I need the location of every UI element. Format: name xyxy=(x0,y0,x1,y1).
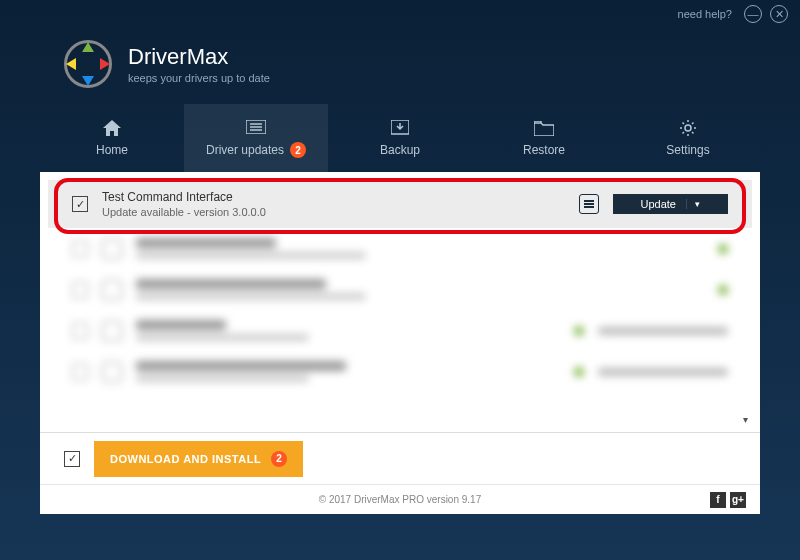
close-button[interactable]: ✕ xyxy=(770,5,788,23)
updates-badge: 2 xyxy=(290,142,306,158)
googleplus-icon[interactable]: g+ xyxy=(730,492,746,508)
chevron-down-icon[interactable]: ▾ xyxy=(686,199,700,209)
tab-label: Home xyxy=(96,143,128,157)
tab-label: Restore xyxy=(523,143,565,157)
tab-settings[interactable]: Settings xyxy=(616,104,760,172)
titlebar: need help? — ✕ xyxy=(0,0,800,28)
tab-driver-updates[interactable]: Driver updates 2 xyxy=(184,104,328,172)
copyright-text: © 2017 DriverMax PRO version 9.17 xyxy=(319,494,481,505)
update-button[interactable]: Update ▾ xyxy=(613,194,728,214)
select-all-checkbox[interactable]: ✓ xyxy=(64,451,80,467)
tab-restore[interactable]: Restore xyxy=(472,104,616,172)
checkbox-icon[interactable]: ✓ xyxy=(72,196,88,212)
download-label: DOWNLOAD AND INSTALL xyxy=(110,453,261,465)
brand-header: DriverMax keeps your drivers up to date xyxy=(0,28,800,104)
driver-row-blurred xyxy=(48,310,752,351)
app-logo-icon xyxy=(64,40,112,88)
driver-list: ✓ Test Command Interface Update availabl… xyxy=(48,180,752,428)
update-button-label: Update xyxy=(641,198,676,210)
driver-row-blurred xyxy=(48,228,752,269)
status-bar: © 2017 DriverMax PRO version 9.17 f g+ xyxy=(40,484,760,514)
download-install-button[interactable]: DOWNLOAD AND INSTALL 2 xyxy=(94,441,303,477)
tab-label: Driver updates xyxy=(206,143,284,157)
app-tagline: keeps your drivers up to date xyxy=(128,72,270,84)
backup-icon xyxy=(390,119,410,137)
content-panel: ▴ ▾ ✓ Test Command Interface Update avai… xyxy=(40,172,760,484)
gear-icon xyxy=(678,119,698,137)
driver-row-blurred xyxy=(48,351,752,392)
app-title: DriverMax xyxy=(128,44,270,70)
help-link[interactable]: need help? xyxy=(678,8,732,20)
tab-backup[interactable]: Backup xyxy=(328,104,472,172)
facebook-icon[interactable]: f xyxy=(710,492,726,508)
tab-label: Backup xyxy=(380,143,420,157)
main-tabs: Home Driver updates 2 Backup Restore Set… xyxy=(0,104,800,172)
action-footer: ✓ DOWNLOAD AND INSTALL 2 xyxy=(40,432,760,484)
details-icon[interactable] xyxy=(579,194,599,214)
driver-row[interactable]: ✓ Test Command Interface Update availabl… xyxy=(48,180,752,228)
driver-status: Update available - version 3.0.0.0 xyxy=(102,206,565,218)
tab-label: Settings xyxy=(666,143,709,157)
svg-point-5 xyxy=(685,125,691,131)
list-icon xyxy=(246,118,266,136)
folder-icon xyxy=(534,119,554,137)
minimize-button[interactable]: — xyxy=(744,5,762,23)
driver-row-blurred xyxy=(48,269,752,310)
driver-name: Test Command Interface xyxy=(102,190,565,204)
home-icon xyxy=(102,119,122,137)
tab-home[interactable]: Home xyxy=(40,104,184,172)
download-badge: 2 xyxy=(271,451,287,467)
